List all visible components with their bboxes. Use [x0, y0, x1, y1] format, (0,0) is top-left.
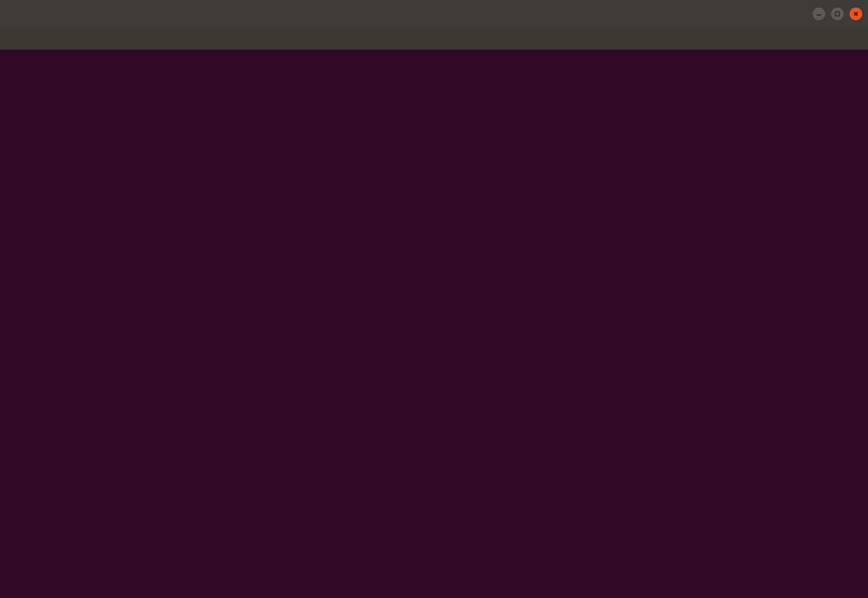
terminal-window	[0, 0, 868, 598]
maximize-button[interactable]	[831, 8, 844, 20]
menu-search[interactable]	[52, 36, 68, 41]
svg-rect-1	[836, 12, 840, 16]
maximize-icon	[835, 11, 840, 17]
window-controls	[813, 8, 862, 20]
menu-view[interactable]	[36, 36, 52, 41]
minimize-icon	[816, 11, 822, 17]
menu-file[interactable]	[3, 36, 20, 41]
menu-edit[interactable]	[20, 36, 36, 41]
terminal-viewport[interactable]	[0, 50, 868, 598]
menubar	[0, 28, 868, 50]
help-dialog	[88, 163, 665, 426]
close-icon	[853, 11, 859, 17]
titlebar	[0, 0, 868, 28]
minimize-button[interactable]	[813, 8, 825, 20]
menu-terminal[interactable]	[68, 36, 84, 41]
menu-help[interactable]	[84, 36, 100, 41]
close-button[interactable]	[850, 8, 862, 20]
